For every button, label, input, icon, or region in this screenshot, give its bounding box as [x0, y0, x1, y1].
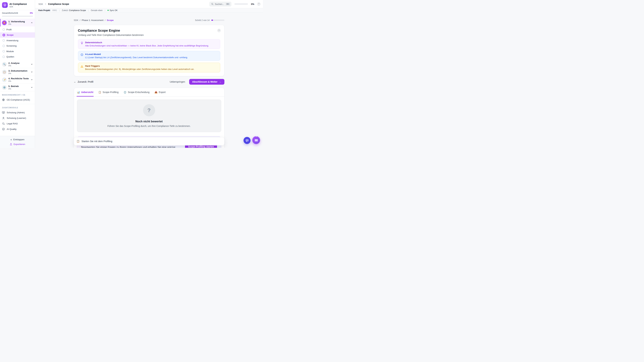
- help-icon[interactable]: ?: [257, 2, 260, 5]
- tab-scope-profiling[interactable]: 📋 Scope-Profiling: [98, 88, 118, 96]
- project-name: Kein Projekt: [38, 9, 50, 11]
- outbox-icon: 📤: [154, 91, 157, 93]
- sidebar-nav: 🎯 1. Vorbereitung 0% Profil Scope: [0, 19, 35, 136]
- sidebar-step-quellen[interactable]: Quellen: [0, 54, 35, 60]
- export-button[interactable]: Exportieren: [10, 143, 25, 145]
- shield-check-icon: [3, 3, 6, 7]
- chevron-down-icon: [31, 79, 33, 81]
- tab-bar: 📊 Uebersicht 📋 Scope-Profiling ⚖️ Scope-…: [74, 88, 224, 96]
- breadcrumb-sdk[interactable]: SDK: [74, 19, 78, 21]
- section-zusatzmodule: ZUSATZMODULE: [0, 104, 35, 110]
- collapse-sidebar-button[interactable]: « Einklappen: [10, 138, 24, 141]
- radio-selected-icon: [2, 34, 5, 36]
- sidebar-step-anwendung[interactable]: Anwendung: [0, 38, 35, 43]
- engine-card: Compliance Scope Engine Umfang und Tiefe…: [74, 25, 224, 76]
- chevron-down-icon: [31, 71, 33, 73]
- overall-progress: Gesamtfortschritt 0%: [0, 10, 35, 19]
- chip-icon: [2, 98, 5, 101]
- content-breadcrumb: SDK / Phase 1: Assessment / Scope: [74, 19, 114, 21]
- complete-next-button[interactable]: Abschliessen & Weiter →: [189, 79, 224, 85]
- sync-ok-dot: [108, 10, 109, 11]
- breadcrumb-current: Compliance Scope: [48, 3, 69, 5]
- sidebar-item-ai-quality[interactable]: AI Quality: [0, 126, 35, 132]
- chevron-right-icon: [44, 3, 46, 5]
- skip-button[interactable]: Ueberspringen: [170, 80, 185, 83]
- sidebar-step-module[interactable]: Module: [0, 49, 35, 54]
- breadcrumb-scope: Scope: [107, 19, 114, 21]
- arrow-left-icon: ←: [74, 80, 76, 83]
- upload-icon: [10, 143, 12, 145]
- page-title: Compliance Scope Engine: [78, 29, 220, 32]
- section-maschinenrecht: MASCHINENRECHT / CE: [0, 91, 35, 97]
- tab-export[interactable]: 📤 Export: [154, 88, 166, 96]
- sidebar-item-schulung-admin[interactable]: Schulung (Admin): [0, 110, 35, 115]
- tab-uebersicht[interactable]: 📊 Uebersicht: [77, 88, 94, 96]
- book-open-icon: [2, 111, 5, 114]
- statusbar: Kein Projekt V001 | Zuletzt: Compliance …: [35, 8, 263, 12]
- empty-state: ? Noch nicht bewertet Führen Sie das Sco…: [77, 99, 221, 132]
- last-step: Zuletzt: Compliance Scope: [62, 9, 86, 11]
- app-logo: [2, 2, 8, 8]
- content-header-row: SDK / Phase 1: Assessment / Scope Schrit…: [74, 19, 224, 21]
- gear-icon: ⚙️: [2, 85, 7, 90]
- question-mark-icon: ?: [143, 104, 155, 116]
- sync-status: Sync OK: [108, 9, 118, 11]
- breadcrumb-root[interactable]: SDK: [38, 3, 43, 5]
- arrow-right-icon: →: [219, 80, 221, 83]
- chevron-down-icon: [31, 63, 33, 65]
- phase1-steps: Profil Scope Anwendung Screening Module: [0, 26, 35, 60]
- clipboard-icon: 📋: [76, 140, 80, 143]
- search-icon: [211, 3, 214, 5]
- sidebar-step-screening[interactable]: Screening: [0, 43, 35, 49]
- chat-fab-button[interactable]: [244, 137, 250, 144]
- back-button[interactable]: ← Zurueck: Profil: [74, 80, 94, 83]
- empty-state-title: Noch nicht bewertet: [135, 120, 162, 123]
- chat-bubble-icon: [245, 139, 249, 142]
- sidebar-phase-analyse[interactable]: 🔍 2. Analyse 0%: [0, 60, 35, 68]
- sidebar-phase-vorbereitung[interactable]: 🎯 1. Vorbereitung 0%: [0, 19, 35, 26]
- scales-icon: ⚖️: [124, 91, 126, 93]
- radio-icon: [2, 56, 5, 58]
- step-indicator: Schritt 2 von 14: [195, 19, 224, 21]
- sidebar-phase-rechtliche-texte[interactable]: 📝 4. Rechtliche Texte 0%: [0, 76, 35, 83]
- panels-fab-button[interactable]: [252, 136, 260, 144]
- phase-label: 1. Vorbereitung: [8, 20, 29, 23]
- topbar: SDK Compliance Scope Suchen... ⌘K 0% ?: [35, 0, 263, 8]
- bar-chart-icon: 📊: [77, 91, 80, 93]
- sidebar-footer: « Einklappen Exportieren: [0, 136, 35, 148]
- radio-icon: [2, 50, 5, 52]
- breadcrumb-phase[interactable]: Phase 1: Assessment: [82, 19, 104, 21]
- page-subtitle: Umfang und Tiefe Ihrer Compliance-Dokume…: [78, 34, 220, 36]
- sidebar-step-scope[interactable]: Scope: [0, 32, 35, 38]
- version-badge: V001: [52, 9, 57, 11]
- sidebar-phase-betrieb[interactable]: ⚙️ 5. Betrieb 0%: [0, 83, 35, 91]
- sidebar-step-profil[interactable]: Profil: [0, 27, 35, 32]
- overall-progress-value: 0%: [30, 12, 33, 14]
- main-content: SDK / Phase 1: Assessment / Scope Schrit…: [35, 13, 263, 148]
- chevron-down-icon: [31, 86, 33, 88]
- sidebar-phase-dokumentation[interactable]: 📋 3. Dokumentation 0%: [0, 68, 35, 76]
- info-circle-icon: [80, 53, 83, 56]
- header-progress-track: [234, 3, 248, 4]
- clipboard-icon: 📋: [2, 70, 7, 74]
- cta-description: Beantworten Sie einige Fragen zu Ihrem U…: [81, 146, 188, 148]
- chevron-up-icon: [31, 22, 33, 24]
- target-icon: 🎯: [2, 20, 7, 25]
- check-circle-icon: [2, 128, 5, 131]
- card-help-icon[interactable]: ?: [218, 29, 220, 32]
- sidebar-item-legal-rag[interactable]: Legal RAG: [0, 121, 35, 126]
- sidebar-item-schulung-learner[interactable]: Schulung (Learner): [0, 115, 35, 121]
- app-identity: AI Compliance SDK: [10, 2, 27, 8]
- phase-progress: 0%: [8, 23, 29, 25]
- tab-scope-entscheidung[interactable]: ⚖️ Scope-Entscheidung: [124, 88, 150, 96]
- empty-state-text: Führen Sie das Scope-Profiling durch, um…: [108, 125, 191, 127]
- app-title: AI Compliance: [10, 2, 27, 5]
- sidebar-item-ce-compliance[interactable]: CE-Compliance (IACE): [0, 97, 35, 103]
- wizard-nav-row: ← Zurueck: Profil Ueberspringen Abschlie…: [74, 79, 224, 85]
- radio-icon: [2, 39, 5, 41]
- radio-icon: [2, 45, 5, 47]
- user-icon: [2, 117, 5, 119]
- info-boxes: Deterministisch Alle Entscheidungen sind…: [78, 39, 220, 72]
- search-input[interactable]: Suchen... ⌘K: [209, 2, 232, 6]
- keyboard-shortcut-badge: ⌘K: [226, 3, 230, 5]
